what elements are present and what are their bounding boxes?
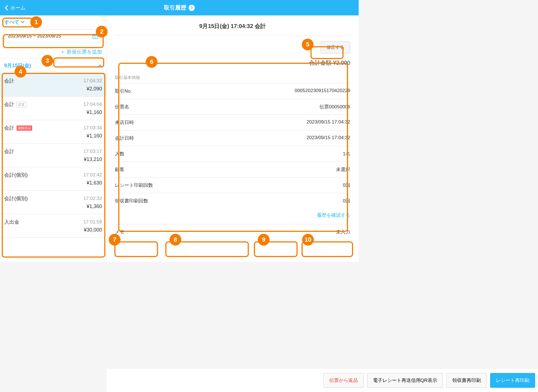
chevron-up-icon: [98, 64, 102, 67]
history-link[interactable]: 履歴を確認する: [317, 213, 350, 218]
info-value: 伝票00050006: [319, 104, 350, 110]
transaction-item[interactable]: 会計削除済み 17:03:34 ¥1,160: [0, 120, 106, 144]
tx-time: 17:01:58: [84, 219, 102, 225]
chevron-down-icon: [21, 21, 25, 24]
tx-label: 会計訂正: [4, 101, 27, 108]
info-value: 1名: [343, 151, 350, 157]
date-range-input[interactable]: 2023/09/15 ~ 2023/09/15: [4, 29, 102, 43]
help-icon[interactable]: ?: [189, 5, 195, 11]
transaction-item[interactable]: 会計(個別) 17:02:42 ¥1,630: [0, 167, 106, 191]
date-header-label: 9月15日(金): [4, 62, 31, 69]
main-panel: 9月15日(金) 17:04:32 会計 修正する 合計金額 ¥2,090 取引…: [106, 15, 359, 262]
svg-point-2: [94, 36, 94, 37]
edit-button[interactable]: 修正する: [321, 41, 350, 53]
filter-dropdown[interactable]: すべて: [4, 19, 25, 25]
info-label: 顧客: [115, 166, 124, 173]
tx-label: 入出金: [4, 219, 19, 225]
total-amount: 合計金額 ¥2,090: [115, 59, 350, 72]
info-label: 取引No.: [115, 88, 132, 94]
back-button[interactable]: ホーム: [0, 4, 30, 11]
info-value: 0回: [343, 182, 350, 188]
memo-value: 未入力: [336, 229, 350, 235]
memo-row: メモ 未入力: [115, 224, 350, 237]
app-header: ホーム 取引履歴 ?: [0, 0, 359, 15]
status-badge: 削除済み: [17, 125, 32, 131]
section-label: 取引基本情報: [115, 72, 350, 83]
tx-amount: ¥1,160: [4, 109, 102, 115]
info-row: 会計日時 2023/09/15 17:04:32: [115, 130, 350, 146]
info-label: 会計日時: [115, 135, 134, 141]
info-row: 領収書印刷回数 0回: [115, 193, 350, 209]
tx-label: 会計: [4, 148, 14, 155]
info-value: 未選択: [336, 166, 350, 173]
back-label: ホーム: [10, 4, 25, 11]
add-slip-button[interactable]: ＋ 新規伝票を追加: [60, 49, 102, 55]
status-badge: 訂正: [17, 102, 27, 108]
transaction-item[interactable]: 会計 17:04:32 ¥2,090: [0, 73, 106, 97]
tx-amount: ¥1,360: [4, 204, 102, 209]
info-row: 伝票名 伝票00050006: [115, 99, 350, 115]
info-value: 2023/09/15 17:04:32: [307, 135, 350, 141]
svg-point-3: [95, 36, 96, 37]
info-value: 2023/09/15 17:04:32: [307, 119, 350, 126]
transaction-title: 9月15日(金) 17:04:32 会計: [115, 22, 350, 36]
info-label: 伝票名: [115, 104, 129, 110]
tx-label: 会計削除済み: [4, 125, 32, 131]
info-value: 0回: [343, 198, 350, 204]
tx-amount: ¥2,090: [4, 86, 102, 92]
info-label: 領収書印刷回数: [115, 198, 148, 204]
info-row: レシート印刷回数 0回: [115, 177, 350, 193]
sidebar: すべて 2023/09/15 ~ 2023/09/15 ＋ 新規伝票を追加 9月…: [0, 15, 106, 262]
tx-time: 17:03:17: [84, 149, 102, 154]
svg-point-6: [95, 38, 96, 38]
tx-amount: ¥30,000: [4, 227, 102, 233]
info-value: 000520230915170420229: [294, 88, 350, 94]
transaction-item[interactable]: 入出金 17:01:58 ¥30,000: [0, 214, 106, 238]
tx-label: 会計: [4, 78, 14, 84]
info-label: 人数: [115, 151, 124, 157]
tx-label: 会計(個別): [4, 195, 28, 202]
info-row: 来店日時 2023/09/15 17:04:32: [115, 115, 350, 130]
tx-amount: ¥13,210: [4, 157, 102, 162]
date-header[interactable]: 9月15日(金): [0, 58, 106, 73]
transaction-item[interactable]: 会計訂正 17:04:04 ¥1,160: [0, 97, 106, 120]
memo-label: メモ: [115, 229, 124, 235]
page-title: 取引履歴 ?: [164, 4, 195, 11]
info-row: 人数 1名: [115, 146, 350, 162]
transaction-list: 会計 17:04:32 ¥2,090 会計訂正 17:04:04 ¥1,160 …: [0, 73, 106, 262]
page-title-text: 取引履歴: [164, 4, 186, 11]
tx-time: 17:04:32: [84, 78, 102, 84]
svg-point-5: [94, 38, 94, 38]
tx-time: 17:02:42: [84, 172, 102, 178]
tx-label: 会計(個別): [4, 172, 28, 178]
tx-time: 17:04:04: [84, 102, 102, 107]
tx-amount: ¥1,630: [4, 180, 102, 186]
chevron-left-icon: [4, 5, 8, 11]
info-label: 来店日時: [115, 119, 134, 126]
transaction-item[interactable]: 会計 17:03:17 ¥13,210: [0, 144, 106, 167]
date-range-text: 2023/09/15 ~ 2023/09/15: [8, 33, 61, 39]
tx-time: 17:03:34: [84, 125, 102, 131]
info-label: レシート印刷回数: [115, 182, 153, 188]
history-link-row: 履歴を確認する: [115, 209, 350, 224]
tx-amount: ¥1,160: [4, 133, 102, 139]
calendar-icon: [92, 33, 98, 39]
info-row: 取引No. 000520230915170420229: [115, 83, 350, 99]
transaction-item[interactable]: 会計(個別) 17:02:32 ¥1,360: [0, 191, 106, 214]
svg-point-4: [96, 36, 97, 37]
tx-time: 17:02:32: [84, 196, 102, 201]
info-row: 顧客 未選択: [115, 162, 350, 177]
filter-label: すべて: [4, 19, 19, 25]
